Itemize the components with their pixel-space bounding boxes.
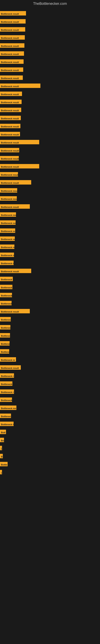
bar-label: Bottleneck result <box>0 100 22 104</box>
bar-item: Bottleneck result <box>0 341 10 346</box>
bar-item: Bottleneck result <box>0 188 17 192</box>
bar-label: Bottleneck result <box>0 301 12 305</box>
bar-item: Bottleneck result <box>0 260 14 265</box>
bar-label: Bottleneck result <box>0 365 21 370</box>
bar-label: B <box>0 454 3 458</box>
bar-label: Bottleneck result <box>0 164 39 168</box>
bar-item: Bottleneck result <box>0 252 14 257</box>
bar-item: | <box>0 446 1 450</box>
bar-label: Bottleneck result <box>0 285 12 289</box>
bar-item: B <box>0 454 3 458</box>
bar-label: Bottleneck result <box>0 293 12 297</box>
bar-label: Bottleneck result <box>0 11 26 16</box>
bar-label: Bottleneck result <box>0 76 23 80</box>
bar-label: Bottleneck result <box>0 124 20 128</box>
bar-item: Bottleneck result <box>0 180 31 184</box>
bar-label: Bottleneck result <box>0 43 24 48</box>
bar-item: Bottleneck result <box>0 212 16 217</box>
bar-label: Bottlenec <box>0 414 11 418</box>
bar-label: Bottleneck result <box>0 35 25 40</box>
bar-label: Bottleneck result <box>0 325 10 330</box>
bar-label: Bottleneck result <box>0 317 11 322</box>
bar-item: Bottleneck result <box>0 19 26 24</box>
bar-label: Bottleneck result <box>0 51 24 56</box>
bar-label: Bottleneck result <box>0 116 21 120</box>
bar-item: Bottleneck <box>0 381 12 386</box>
bar-item: Bottlenec <box>0 414 11 418</box>
bar-item: Bottleneck re <box>0 357 16 362</box>
bar-item: Bottleneck result <box>0 35 25 40</box>
bar-item: Bottleneck result <box>0 293 12 297</box>
bar-label: Bottleneck result <box>0 59 24 64</box>
bar-item: Bottleneck result <box>0 84 40 88</box>
bar-item: Bottleneck r <box>0 390 14 394</box>
bar-item: Bottleneck result <box>0 228 15 233</box>
bar-label: Bottleneck result <box>0 188 17 192</box>
bar-label: Bottleneck result <box>0 277 13 281</box>
bar-label: Bottleneck result <box>0 84 40 88</box>
bar-item: Bottleneck result <box>0 164 39 168</box>
bar-item: Bottleneck res <box>0 406 16 410</box>
bar-label: Bottleneck result <box>0 252 14 257</box>
bar-item: Bottleneck result <box>0 51 24 56</box>
bar-item: Bottleneck result <box>0 27 25 32</box>
bar-item: Bottle <box>0 462 8 466</box>
bar-item: Bottleneck result <box>0 140 39 144</box>
bar-item: Bottleneck result <box>0 309 30 313</box>
bar-label: | <box>0 446 2 450</box>
bar-label: Bottleneck result <box>0 341 10 346</box>
bar-item: Bottleneck result <box>0 68 23 72</box>
bar-item: Bottleneck result <box>0 277 13 281</box>
bar-item: Bottleneck result <box>0 269 31 273</box>
bar-label: Bottleneck result <box>0 132 20 136</box>
bar-item: Bottleneck result <box>0 108 21 112</box>
bar-label: Bottleneck result <box>0 19 26 24</box>
bar-label: Bo <box>0 438 4 442</box>
bar-label: Bottleneck result <box>0 212 16 217</box>
bar-label: Bottleneck result <box>0 349 9 354</box>
bar-item: Bottleneck result <box>0 124 20 128</box>
bar-label: Bottleneck result <box>0 228 15 233</box>
bar-label: Bottleneck <box>0 398 12 402</box>
bar-item: Bottleneck result <box>0 132 20 136</box>
bar-label: Bottleneck result <box>0 196 17 201</box>
bar-item: Bottleneck result <box>0 76 23 80</box>
bar-label: Bottleneck result <box>0 236 15 241</box>
bar-item: Bottleneck result <box>0 220 16 225</box>
bar-item: Bottleneck result <box>0 365 21 370</box>
bar-label: Bottleneck result <box>0 92 22 96</box>
bar-label: Bott <box>0 430 6 434</box>
bar-item: Bottleneck <box>0 398 12 402</box>
bar-label: Bottleneck result <box>0 204 30 209</box>
bar-label: Bottleneck r <box>0 390 14 394</box>
bar-label: Bottleneck result <box>0 156 19 160</box>
bar-item: Bottleneck result <box>0 244 14 249</box>
bar-item: Bottleneck result <box>0 59 24 64</box>
bar-item: Bottleneck result <box>0 301 12 305</box>
bar-label: Bottleneck result <box>0 140 39 144</box>
chart-area: Bottleneck resultBottleneck resultBottle… <box>0 8 100 631</box>
site-title: TheBottlenecker.com <box>0 0 100 7</box>
bar-label: Bottleneck result <box>0 180 31 184</box>
bar-label: Bottleneck result <box>0 220 16 225</box>
bar-label: Bottleneck result <box>0 244 14 249</box>
bar-item: Bottleneck result <box>0 11 26 16</box>
bar-item: Bottleneck result <box>0 236 15 241</box>
bar-label: Bottleneck r <box>0 422 14 426</box>
bar-item: Bottleneck result <box>0 204 30 209</box>
bar-item: | <box>0 470 1 474</box>
bar-item: Bottleneck result <box>0 156 19 160</box>
bar-item: Bottleneck result <box>0 116 21 120</box>
bar-label: Bottleneck res <box>0 406 16 410</box>
bar-item: Bottleneck result <box>0 349 9 354</box>
bar-label: Bottle <box>0 462 8 466</box>
bar-item: Bottleneck result <box>0 196 17 201</box>
bar-label: Bottleneck <box>0 381 12 386</box>
bar-label: Bottleneck r <box>0 373 14 378</box>
bar-item: Bottleneck result <box>0 92 22 96</box>
bar-item: Bottleneck result <box>0 325 10 330</box>
bar-label: Bottleneck result <box>0 148 19 152</box>
bar-item: Bottleneck result <box>0 317 11 322</box>
bar-label: Bottleneck result <box>0 68 23 72</box>
bar-label: | <box>0 470 2 474</box>
